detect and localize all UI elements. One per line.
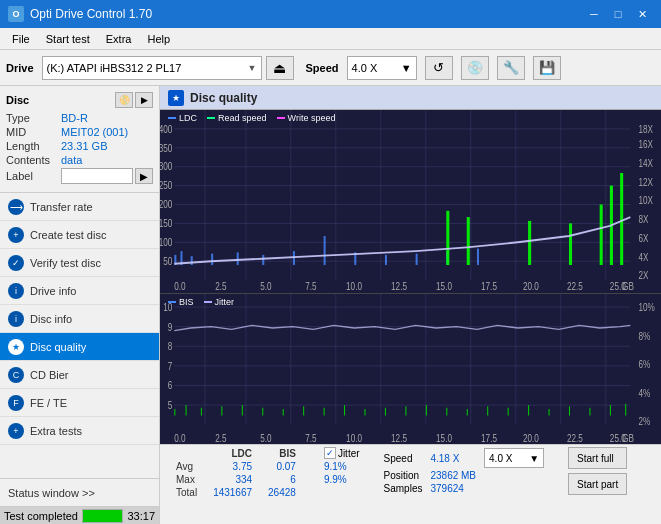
svg-text:9: 9 <box>168 321 173 332</box>
svg-text:16X: 16X <box>639 139 654 150</box>
max-bis: 6 <box>260 473 304 486</box>
sidebar-item-fe-te[interactable]: F FE / TE <box>0 389 159 417</box>
svg-text:4X: 4X <box>639 252 649 263</box>
sidebar-item-create-test-disc[interactable]: + Create test disc <box>0 221 159 249</box>
status-window[interactable]: Status window >> <box>0 478 159 506</box>
start-full-button[interactable]: Start full <box>568 447 627 469</box>
transfer-rate-icon: ⟶ <box>8 199 24 215</box>
sidebar-item-cd-bier[interactable]: C CD Bier <box>0 361 159 389</box>
jitter-label: Jitter <box>338 448 360 459</box>
svg-text:8%: 8% <box>639 331 651 342</box>
disc-length-value: 23.31 GB <box>61 140 107 152</box>
bis-header: BIS <box>260 447 304 460</box>
sidebar-item-verify-test-disc[interactable]: ✓ Verify test disc <box>0 249 159 277</box>
svg-rect-51 <box>211 254 213 265</box>
close-button[interactable]: ✕ <box>631 4 653 24</box>
drive-select[interactable]: (K:) ATAPI iHBS312 2 PL17 ▼ <box>42 56 262 80</box>
sidebar-label-disc-info: Disc info <box>30 313 72 325</box>
avg-bis: 0.07 <box>260 460 304 473</box>
charts-area: LDC Read speed Write speed <box>160 110 661 444</box>
svg-rect-68 <box>160 294 661 444</box>
speed-select[interactable]: 4.0 X ▼ <box>347 56 417 80</box>
start-part-button[interactable]: Start part <box>568 473 627 495</box>
svg-rect-112 <box>242 405 243 415</box>
disc-length-row: Length 23.31 GB <box>6 140 153 152</box>
sidebar-label-transfer-rate: Transfer rate <box>30 201 93 213</box>
avg-label: Avg <box>168 460 205 473</box>
svg-rect-65 <box>600 205 603 265</box>
menu-help[interactable]: Help <box>139 31 178 47</box>
disc-button[interactable]: 💿 <box>461 56 489 80</box>
total-label: Total <box>168 486 205 499</box>
drive-value: (K:) ATAPI iHBS312 2 PL17 <box>47 62 182 74</box>
progress-bar-container: Test completed 33:17 <box>0 506 159 524</box>
svg-rect-127 <box>549 409 550 416</box>
sidebar-item-disc-quality[interactable]: ★ Disc quality <box>0 333 159 361</box>
avg-ldc: 3.75 <box>205 460 260 473</box>
sidebar-item-drive-info[interactable]: i Drive info <box>0 277 159 305</box>
disc-label-go[interactable]: ▶ <box>135 168 153 184</box>
content-header-icon: ★ <box>168 90 184 106</box>
sidebar-label-verify-test-disc: Verify test disc <box>30 257 101 269</box>
svg-text:6: 6 <box>168 380 173 391</box>
svg-rect-120 <box>405 406 406 415</box>
disc-quality-icon: ★ <box>8 339 24 355</box>
disc-label-input[interactable] <box>61 168 133 184</box>
legend-ldc: LDC <box>168 113 197 123</box>
settings-button[interactable]: 🔧 <box>497 56 525 80</box>
sidebar-label-drive-info: Drive info <box>30 285 76 297</box>
menu-start-test[interactable]: Start test <box>38 31 98 47</box>
svg-text:6%: 6% <box>639 359 651 370</box>
disc-icon-1[interactable]: 📀 <box>115 92 133 108</box>
svg-text:4%: 4% <box>639 388 651 399</box>
maximize-button[interactable]: □ <box>607 4 629 24</box>
minimize-button[interactable]: ─ <box>583 4 605 24</box>
jitter-checkbox[interactable]: ✓ <box>324 447 336 459</box>
disc-type-label: Type <box>6 112 61 124</box>
create-test-disc-icon: + <box>8 227 24 243</box>
speed-select-box[interactable]: 4.0 X ▼ <box>484 448 544 468</box>
sidebar-label-fe-te: FE / TE <box>30 397 67 409</box>
app-title: Opti Drive Control 1.70 <box>30 7 152 21</box>
read-dot <box>207 117 215 119</box>
svg-rect-53 <box>262 255 264 265</box>
speed-select-value: 4.0 X <box>489 453 512 464</box>
samples-value: 379624 <box>426 482 480 495</box>
chart-top: LDC Read speed Write speed <box>160 110 661 294</box>
svg-text:12.5: 12.5 <box>391 432 407 443</box>
content-header-title: Disc quality <box>190 91 257 105</box>
menu-extra[interactable]: Extra <box>98 31 140 47</box>
disc-title: Disc <box>6 94 29 106</box>
titlebar-controls: ─ □ ✕ <box>583 4 653 24</box>
disc-mid-row: MID MEIT02 (001) <box>6 126 153 138</box>
legend-read-label: Read speed <box>218 113 267 123</box>
svg-rect-124 <box>487 406 488 415</box>
svg-rect-57 <box>385 255 387 265</box>
svg-rect-113 <box>262 407 263 415</box>
svg-text:250: 250 <box>160 181 172 192</box>
svg-text:2.5: 2.5 <box>215 432 226 443</box>
drive-toolbar: Drive (K:) ATAPI iHBS312 2 PL17 ▼ ⏏ Spee… <box>0 50 661 86</box>
disc-icon-2[interactable]: ▶ <box>135 92 153 108</box>
stats-table: LDC BIS Avg 3.75 0.07 Max 334 6 Total <box>168 447 304 499</box>
svg-rect-122 <box>446 407 447 415</box>
svg-text:10.0: 10.0 <box>346 281 362 292</box>
sidebar-item-transfer-rate[interactable]: ⟶ Transfer rate <box>0 193 159 221</box>
ldc-header: LDC <box>205 447 260 460</box>
sidebar-item-disc-info[interactable]: i Disc info <box>0 305 159 333</box>
svg-rect-52 <box>237 252 239 265</box>
save-button[interactable]: 💾 <box>533 56 561 80</box>
refresh-button[interactable]: ↺ <box>425 56 453 80</box>
svg-rect-64 <box>569 223 572 265</box>
eject-button[interactable]: ⏏ <box>266 56 294 80</box>
svg-text:400: 400 <box>160 124 172 135</box>
sidebar-item-extra-tests[interactable]: + Extra tests <box>0 417 159 445</box>
svg-rect-126 <box>528 405 529 415</box>
disc-info-icon: i <box>8 311 24 327</box>
main-area: Disc 📀 ▶ Type BD-R MID MEIT02 (001) Leng… <box>0 86 661 524</box>
status-window-label: Status window >> <box>8 487 95 499</box>
svg-rect-114 <box>283 409 284 416</box>
disc-contents-label: Contents <box>6 154 61 166</box>
speed-select-arrow: ▼ <box>529 453 539 464</box>
menu-file[interactable]: File <box>4 31 38 47</box>
